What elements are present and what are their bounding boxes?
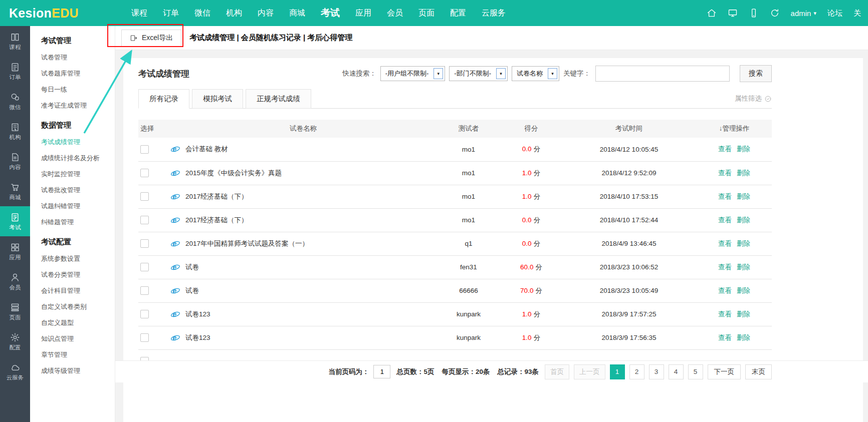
nav-item[interactable]: 商城 xyxy=(289,8,305,19)
keyword-input[interactable] xyxy=(595,66,730,82)
menu-item[interactable]: 知识点管理 xyxy=(41,331,111,347)
sidebar-item-courses[interactable]: 课程 xyxy=(0,26,30,56)
nav-item[interactable]: 微信 xyxy=(194,8,210,19)
nav-item[interactable]: 订单 xyxy=(163,8,179,19)
row-checkbox[interactable] xyxy=(140,333,149,342)
tab[interactable]: 正规考试成绩 xyxy=(246,89,311,109)
sidebar-item-config[interactable]: 配置 xyxy=(0,326,30,356)
filter-select[interactable]: 试卷名称▾ xyxy=(512,66,559,81)
row-checkbox[interactable] xyxy=(140,169,149,177)
menu-item[interactable]: 准考证生成管理 xyxy=(41,98,111,114)
sidebar-item-cloud[interactable]: 云服务 xyxy=(0,356,30,386)
excel-export-button[interactable]: Excel导出 xyxy=(121,30,181,47)
search-button[interactable]: 搜索 xyxy=(740,65,772,82)
sidebar-item-content[interactable]: 内容 xyxy=(0,146,30,176)
delete-link[interactable]: 删除 xyxy=(737,193,750,200)
view-link[interactable]: 查看 xyxy=(718,240,732,247)
sidebar-item-pages[interactable]: 页面 xyxy=(0,296,30,326)
nav-item[interactable]: 云服务 xyxy=(482,8,506,19)
sidebar-item-apps[interactable]: 应用 xyxy=(0,236,30,266)
row-checkbox[interactable] xyxy=(140,145,149,154)
col-actions[interactable]: ↓管理操作 xyxy=(697,120,772,138)
view-link[interactable]: 查看 xyxy=(718,169,732,177)
nav-item[interactable]: 课程 xyxy=(131,8,147,19)
sidebar-item-exam[interactable]: 考试 xyxy=(0,206,30,236)
user-menu[interactable]: admin▾ xyxy=(791,9,816,18)
tab[interactable]: 所有记录 xyxy=(138,89,189,109)
mobile-icon[interactable] xyxy=(749,8,759,18)
menu-sidebar: 考试管理试卷管理试卷题库管理每日一练准考证生成管理数据管理考试成绩管理成绩统计排… xyxy=(30,26,115,422)
row-checkbox[interactable] xyxy=(140,216,149,224)
menu-item[interactable]: 试题纠错管理 xyxy=(41,198,111,214)
menu-item[interactable]: 自定义试卷类别 xyxy=(41,299,111,315)
refresh-icon[interactable] xyxy=(770,8,780,18)
sidebar-item-orders[interactable]: 订单 xyxy=(0,56,30,86)
keyword-label: 关键字： xyxy=(563,69,590,78)
page-button[interactable]: 2 xyxy=(629,364,644,379)
menu-item[interactable]: 会计科目管理 xyxy=(41,283,111,299)
view-link[interactable]: 查看 xyxy=(718,287,732,294)
page-button[interactable]: 3 xyxy=(649,364,664,379)
first-page-button[interactable]: 首页 xyxy=(545,364,569,379)
row-checkbox[interactable] xyxy=(140,310,149,318)
row-checkbox[interactable] xyxy=(140,286,149,295)
page-button[interactable]: 4 xyxy=(669,364,684,379)
view-link[interactable]: 查看 xyxy=(718,310,732,318)
monitor-icon[interactable] xyxy=(728,8,738,18)
prev-page-button[interactable]: 上一页 xyxy=(574,364,605,379)
nav-item[interactable]: 内容 xyxy=(258,8,274,19)
menu-item[interactable]: 考试成绩管理 xyxy=(41,134,111,150)
delete-link[interactable]: 删除 xyxy=(737,263,750,271)
forum-link[interactable]: 论坛 xyxy=(827,9,842,18)
page-button[interactable]: 1 xyxy=(610,364,625,379)
sidebar-item-mall[interactable]: 商城 xyxy=(0,176,30,206)
view-link[interactable]: 查看 xyxy=(718,263,732,271)
sidebar-item-members[interactable]: 会员 xyxy=(0,266,30,296)
delete-link[interactable]: 删除 xyxy=(737,169,750,177)
menu-item[interactable]: 系统参数设置 xyxy=(41,251,111,267)
tab[interactable]: 模拟考试 xyxy=(192,89,243,109)
row-checkbox[interactable] xyxy=(140,192,149,201)
menu-item[interactable]: 试卷分类管理 xyxy=(41,267,111,283)
menu-item[interactable]: 章节管理 xyxy=(41,347,111,363)
current-page-input[interactable] xyxy=(373,365,390,378)
close-link[interactable]: 关 xyxy=(853,9,861,18)
nav-item[interactable]: 会员 xyxy=(387,8,403,19)
menu-item[interactable]: 实时监控管理 xyxy=(41,166,111,182)
row-checkbox[interactable] xyxy=(140,263,149,271)
menu-item[interactable]: 纠错题管理 xyxy=(41,214,111,230)
breadcrumb[interactable]: 考试成绩管理 | 会员随机练习记录 | 考后心得管理 xyxy=(189,33,352,43)
delete-link[interactable]: 删除 xyxy=(737,240,750,247)
nav-item[interactable]: 配置 xyxy=(450,8,466,19)
nav-item[interactable]: 应用 xyxy=(355,8,371,19)
nav-item[interactable]: 考试 xyxy=(321,7,340,20)
menu-item[interactable]: 自定义题型 xyxy=(41,315,111,331)
nav-item[interactable]: 机构 xyxy=(226,8,242,19)
view-link[interactable]: 查看 xyxy=(718,145,732,153)
delete-link[interactable]: 删除 xyxy=(737,145,750,153)
delete-link[interactable]: 删除 xyxy=(737,334,750,341)
menu-item[interactable]: 成绩等级管理 xyxy=(41,363,111,379)
home-icon[interactable] xyxy=(707,8,717,18)
next-page-button[interactable]: 下一页 xyxy=(708,364,741,379)
view-link[interactable]: 查看 xyxy=(718,334,732,341)
filter-select[interactable]: -部门不限制-▾ xyxy=(449,66,508,81)
attribute-filter[interactable]: 属性筛选 xyxy=(735,94,772,103)
page-button[interactable]: 5 xyxy=(688,364,703,379)
delete-link[interactable]: 删除 xyxy=(737,287,750,294)
menu-item[interactable]: 每日一练 xyxy=(41,82,111,98)
menu-item[interactable]: 试卷批改管理 xyxy=(41,182,111,198)
view-link[interactable]: 查看 xyxy=(718,193,732,200)
sidebar-item-institution[interactable]: 机构 xyxy=(0,116,30,146)
menu-item[interactable]: 试卷管理 xyxy=(41,50,111,66)
menu-item[interactable]: 试卷题库管理 xyxy=(41,66,111,82)
last-page-button[interactable]: 末页 xyxy=(745,364,772,379)
nav-item[interactable]: 页面 xyxy=(418,8,435,19)
row-checkbox[interactable] xyxy=(140,239,149,248)
filter-select[interactable]: -用户组不限制-▾ xyxy=(380,66,446,81)
sidebar-item-wechat[interactable]: 微信 xyxy=(0,86,30,116)
view-link[interactable]: 查看 xyxy=(718,216,732,224)
delete-link[interactable]: 删除 xyxy=(737,216,750,224)
menu-item[interactable]: 成绩统计排名及分析 xyxy=(41,150,111,166)
delete-link[interactable]: 删除 xyxy=(737,310,750,318)
